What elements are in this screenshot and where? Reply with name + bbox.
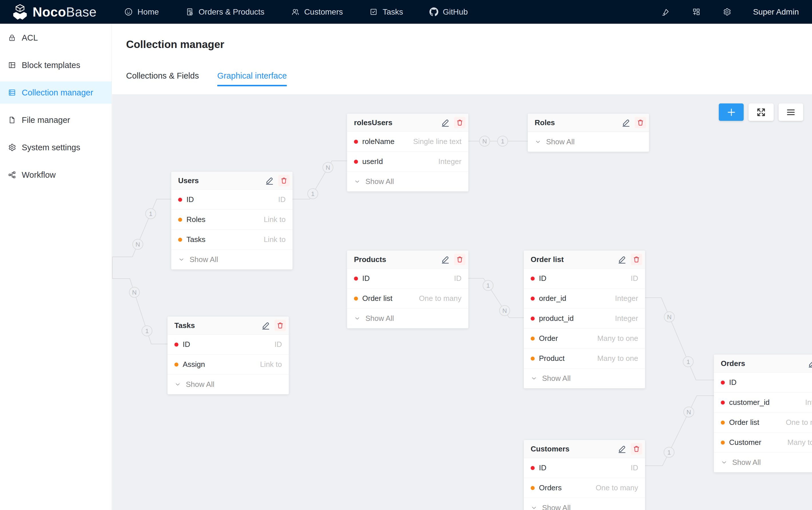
field-name: ID bbox=[729, 378, 812, 387]
show-all-toggle[interactable]: Show All bbox=[524, 498, 645, 510]
delete-collection-button[interactable] bbox=[631, 254, 642, 265]
team-icon bbox=[291, 7, 300, 16]
sidebar-item-label: File manager bbox=[22, 115, 70, 125]
svg-text:N: N bbox=[502, 307, 507, 314]
edit-collection-button[interactable] bbox=[261, 321, 270, 330]
show-all-toggle[interactable]: Show All bbox=[347, 172, 468, 191]
show-all-toggle[interactable]: Show All bbox=[171, 249, 292, 269]
current-user[interactable]: Super Admin bbox=[753, 7, 799, 17]
field-dot bbox=[531, 297, 535, 301]
sidebar-item-system-settings[interactable]: System settings bbox=[0, 136, 112, 158]
nav-item-orders-products[interactable]: Orders & Products bbox=[185, 7, 264, 17]
edit-collection-button[interactable] bbox=[621, 118, 631, 127]
field-dot bbox=[354, 140, 358, 144]
settings-button[interactable] bbox=[723, 7, 731, 16]
edit-collection-button[interactable] bbox=[617, 255, 627, 264]
highlight-button[interactable] bbox=[661, 7, 670, 16]
delete-collection-button[interactable] bbox=[454, 117, 465, 128]
field-row-id: IDID bbox=[714, 372, 812, 392]
show-all-label: Show All bbox=[190, 255, 218, 264]
sidebar-item-workflow[interactable]: Workflow bbox=[0, 164, 112, 186]
collection-card-header: Orders bbox=[714, 355, 812, 372]
show-all-toggle[interactable]: Show All bbox=[168, 374, 289, 394]
field-type: ID bbox=[631, 463, 638, 472]
delete-collection-button[interactable] bbox=[631, 443, 642, 455]
cardinality-badge: N bbox=[129, 287, 140, 297]
collections-menu-button[interactable] bbox=[779, 103, 803, 121]
collection-card-tasks[interactable]: TasksIDIDAssignLink toShow All bbox=[168, 317, 289, 394]
nav-right: Super Admin bbox=[661, 7, 799, 17]
add-collection-button[interactable] bbox=[719, 103, 744, 121]
collection-card-products[interactable]: ProductsIDIDOrder listOne to manyShow Al… bbox=[347, 250, 468, 328]
tab-collections-fields[interactable]: Collections & Fields bbox=[126, 71, 199, 86]
edit-collection-button[interactable] bbox=[441, 255, 450, 264]
cardinality-badge: N bbox=[499, 305, 510, 316]
nav-item-tasks[interactable]: Tasks bbox=[369, 7, 403, 17]
show-all-toggle[interactable]: Show All bbox=[714, 452, 812, 472]
collection-title: Products bbox=[354, 255, 441, 264]
field-type: One to many bbox=[419, 294, 461, 303]
nav-item-home[interactable]: Home bbox=[124, 7, 159, 17]
field-dot bbox=[531, 276, 535, 280]
smile-icon bbox=[124, 7, 133, 16]
collection-card-roles[interactable]: RolesShow All bbox=[528, 114, 649, 152]
nav-item-label: Customers bbox=[304, 7, 343, 17]
delete-collection-button[interactable] bbox=[274, 320, 286, 331]
relation-line bbox=[645, 396, 714, 466]
field-dot bbox=[354, 276, 358, 280]
sidebar-item-label: System settings bbox=[22, 143, 80, 152]
collection-title: Tasks bbox=[174, 321, 261, 330]
sidebar-item-collection-manager[interactable]: Collection manager bbox=[0, 82, 112, 104]
collection-card-rolesusers[interactable]: rolesUsersroleNameSingle line textuserId… bbox=[347, 114, 468, 191]
show-all-toggle[interactable]: Show All bbox=[347, 308, 468, 328]
gear-icon bbox=[8, 143, 16, 152]
delete-collection-button[interactable] bbox=[278, 175, 290, 186]
collection-card-customers[interactable]: CustomersIDIDOrdersOne to manyShow All bbox=[524, 440, 645, 510]
fullscreen-button[interactable] bbox=[749, 103, 774, 121]
cardinality-badge: 1 bbox=[483, 280, 493, 291]
sidebar-item-acl[interactable]: ACL bbox=[0, 27, 112, 49]
field-row-id: IDID bbox=[524, 269, 645, 288]
svg-text:1: 1 bbox=[501, 138, 504, 145]
svg-text:1: 1 bbox=[486, 282, 490, 289]
svg-text:1: 1 bbox=[667, 449, 671, 456]
collection-title: Roles bbox=[535, 118, 621, 127]
collection-title: Users bbox=[178, 176, 265, 185]
svg-text:N: N bbox=[687, 409, 691, 416]
edit-collection-button[interactable] bbox=[617, 444, 627, 454]
edit-collection-button[interactable] bbox=[807, 359, 812, 368]
collection-card-users[interactable]: UsersIDIDRolesLink toTasksLink toShow Al… bbox=[171, 172, 292, 269]
field-row-order-list: Order listOne to many bbox=[347, 288, 468, 308]
cardinality-badge: N bbox=[664, 312, 674, 322]
collection-card-order-list[interactable]: Order listIDIDorder_idIntegerproduct_idI… bbox=[524, 250, 645, 388]
cardinality-badge: 1 bbox=[308, 188, 318, 199]
nav-item-customers[interactable]: Customers bbox=[291, 7, 343, 17]
sidebar-item-block-templates[interactable]: Block templates bbox=[0, 54, 112, 76]
ui-editor-button[interactable] bbox=[692, 7, 701, 16]
expand-icon bbox=[756, 107, 766, 118]
relation-line bbox=[292, 161, 347, 199]
sidebar-item-file-manager[interactable]: File manager bbox=[0, 109, 112, 131]
delete-collection-button[interactable] bbox=[635, 117, 646, 128]
github-icon bbox=[430, 7, 438, 16]
show-all-toggle[interactable]: Show All bbox=[524, 368, 645, 388]
chevron-down-icon bbox=[354, 178, 360, 185]
cardinality-badge: 1 bbox=[142, 326, 152, 336]
edit-collection-button[interactable] bbox=[441, 118, 450, 127]
svg-text:N: N bbox=[136, 241, 140, 248]
show-all-toggle[interactable]: Show All bbox=[528, 132, 649, 152]
field-dot bbox=[174, 342, 178, 347]
collection-card-header: Order list bbox=[524, 250, 645, 269]
field-dot bbox=[721, 421, 725, 425]
nav-item-github[interactable]: GitHub bbox=[430, 7, 468, 17]
field-name: Orders bbox=[539, 483, 596, 492]
field-dot bbox=[354, 160, 358, 164]
delete-collection-button[interactable] bbox=[454, 254, 465, 265]
field-row-product: ProductMany to one bbox=[524, 348, 645, 368]
field-name: order_id bbox=[539, 294, 615, 303]
collection-card-orders[interactable]: OrdersIDIDcustomer_idIntegerOrder listOn… bbox=[714, 355, 812, 472]
collection-title: rolesUsers bbox=[354, 118, 441, 127]
tab-graphical-interface[interactable]: Graphical interface bbox=[217, 71, 287, 86]
nocobase-logo[interactable]: NocoBase bbox=[12, 4, 97, 20]
edit-collection-button[interactable] bbox=[265, 176, 274, 185]
